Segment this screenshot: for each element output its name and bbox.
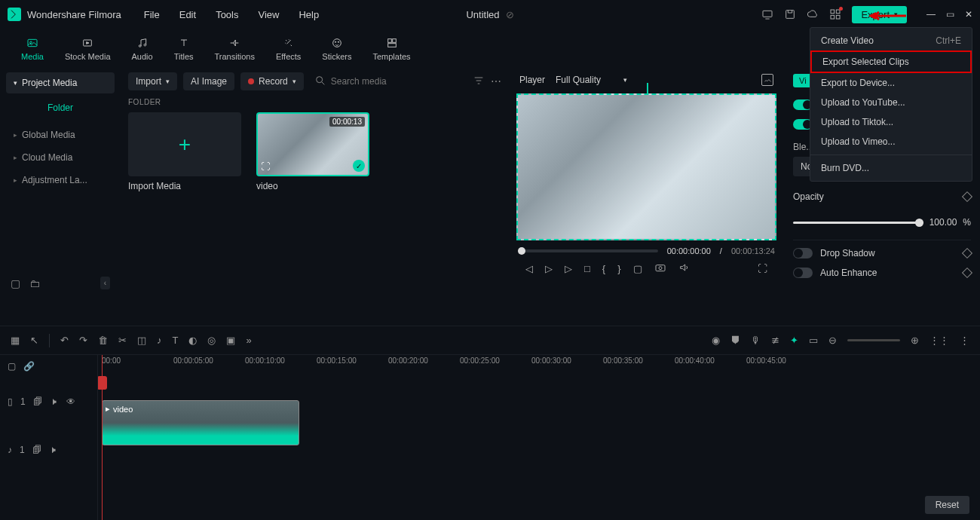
burn-dvd[interactable]: Burn DVD... xyxy=(810,158,972,178)
tl-add-track-icon[interactable]: ▢ xyxy=(8,361,16,372)
import-button[interactable]: Import▾ xyxy=(128,72,177,90)
zoom-in-icon[interactable]: ⊕ xyxy=(911,335,919,346)
speed-icon[interactable]: ◐ xyxy=(188,335,197,346)
window-maximize[interactable]: ▭ xyxy=(946,9,954,20)
opacity-slider[interactable] xyxy=(793,222,923,224)
tab-audio[interactable]: Audio xyxy=(121,35,164,61)
undo-icon[interactable]: ↶ xyxy=(60,335,69,346)
tab-templates[interactable]: Templates xyxy=(362,35,421,61)
export-create-video[interactable]: Create Video Ctrl+E xyxy=(810,31,972,50)
marker-icon[interactable]: ◉ xyxy=(712,335,720,346)
tl-render-icon[interactable]: ▭ xyxy=(809,335,818,346)
cloud-icon[interactable] xyxy=(807,8,819,20)
track-dup-icon[interactable]: 🗐 xyxy=(33,396,42,407)
track-dup-icon[interactable]: 🗐 xyxy=(32,445,41,455)
more-icon[interactable]: ⋯ xyxy=(491,75,501,87)
fullscreen-icon[interactable]: ⛶ xyxy=(758,263,767,274)
player-quality-select[interactable]: Full Quality▾ xyxy=(556,75,627,85)
crop-icon[interactable]: ◫ xyxy=(137,335,146,346)
menu-file[interactable]: File xyxy=(144,9,160,20)
volume-icon[interactable] xyxy=(678,262,691,276)
tl-view-icon[interactable]: ⋮⋮ xyxy=(929,335,949,346)
window-minimize[interactable]: — xyxy=(926,9,936,20)
prev-frame-icon[interactable]: ◁ xyxy=(525,263,533,274)
seek-bar[interactable] xyxy=(518,249,658,252)
sidebar-cloud-media[interactable]: Cloud Media xyxy=(6,146,115,169)
toggle-drop-shadow[interactable] xyxy=(793,248,813,258)
card-expand-icon[interactable]: ⛶ xyxy=(261,161,270,172)
tl-menu-icon[interactable]: ⋮ xyxy=(960,335,969,346)
stop-icon[interactable]: □ xyxy=(584,263,590,274)
menu-edit[interactable]: Edit xyxy=(179,9,196,20)
audio-track-header[interactable]: ♪ 1 🗐 🕨 xyxy=(0,426,97,474)
toggle-auto-enhance[interactable] xyxy=(793,268,813,278)
tl-link-icon[interactable]: 🔗 xyxy=(23,361,35,372)
record-button[interactable]: Record▾ xyxy=(240,72,304,90)
save-icon[interactable] xyxy=(784,8,796,20)
upload-tiktok[interactable]: Upload to Tiktok... xyxy=(810,112,972,132)
track-mute-icon[interactable]: 🕨 xyxy=(50,396,59,407)
mask-icon[interactable]: ▣ xyxy=(226,335,235,346)
track-eye-icon[interactable]: 👁 xyxy=(66,396,75,407)
cut-icon[interactable]: ✂ xyxy=(118,335,127,346)
zoom-slider[interactable] xyxy=(847,339,900,341)
new-folder-icon[interactable]: ▢ xyxy=(11,277,20,289)
export-to-device[interactable]: Export to Device... xyxy=(810,73,972,93)
tab-titles[interactable]: Titles xyxy=(164,35,204,61)
collapse-sidebar-icon[interactable]: ‹ xyxy=(100,277,110,289)
keyframe-icon[interactable] xyxy=(962,268,972,278)
next-frame-icon[interactable]: ▷ xyxy=(565,263,572,274)
tl-cursor-icon[interactable]: ↖ xyxy=(30,335,38,346)
video-track-header[interactable]: ▯ 1 🗐 🕨 👁 xyxy=(0,378,97,426)
mixer-icon[interactable]: ≢ xyxy=(771,335,779,346)
tab-stock-media[interactable]: Stock Media xyxy=(54,35,121,61)
folder-button[interactable]: Folder xyxy=(6,98,115,118)
folder-icon[interactable]: 🗀 xyxy=(29,277,40,289)
screen-icon[interactable] xyxy=(761,8,773,20)
text-icon[interactable]: T xyxy=(173,335,179,346)
tab-media[interactable]: Media xyxy=(11,35,54,61)
mark-out-icon[interactable]: } xyxy=(617,263,620,274)
keyframe-icon[interactable] xyxy=(962,248,972,258)
more-tl-icon[interactable]: » xyxy=(246,335,251,346)
tl-grid-icon[interactable]: ▦ xyxy=(11,335,20,346)
sidebar-adjustment-layer[interactable]: Adjustment La... xyxy=(6,169,115,191)
track-mute-icon[interactable]: 🕨 xyxy=(49,445,58,455)
menu-help[interactable]: Help xyxy=(299,9,319,20)
playhead[interactable] xyxy=(102,355,103,520)
upload-youtube[interactable]: Upload to YouTube... xyxy=(810,93,972,112)
tab-effects[interactable]: Effects xyxy=(265,35,311,61)
zoom-out-icon[interactable]: ⊖ xyxy=(828,335,837,346)
video-preview[interactable] xyxy=(516,93,776,240)
music-icon[interactable]: ♪ xyxy=(157,335,162,346)
menu-view[interactable]: View xyxy=(258,9,279,20)
tab-transitions[interactable]: Transitions xyxy=(204,35,265,61)
project-media-button[interactable]: ▾Project Media xyxy=(6,72,115,93)
apps-icon[interactable] xyxy=(829,8,841,20)
keyframe-icon[interactable] xyxy=(962,191,972,202)
camera-icon[interactable] xyxy=(654,262,666,276)
ai-image-button[interactable]: AI Image xyxy=(183,72,234,90)
delete-icon[interactable]: 🗑 xyxy=(98,335,108,346)
search-input[interactable] xyxy=(331,76,462,87)
play-icon[interactable]: ▷ xyxy=(545,263,553,274)
video-media-card[interactable]: 00:00:13 ⛶ ✓ video xyxy=(256,112,369,191)
redo-icon[interactable]: ↷ xyxy=(79,335,87,346)
shield-icon[interactable]: ⛊ xyxy=(730,335,740,346)
window-close[interactable]: ✕ xyxy=(965,9,972,20)
color-icon[interactable]: ◎ xyxy=(207,335,216,346)
display-icon[interactable]: ▢ xyxy=(633,263,642,274)
timeline-clip[interactable]: ▸video xyxy=(102,400,299,445)
menu-tools[interactable]: Tools xyxy=(216,9,238,20)
sidebar-global-media[interactable]: Global Media xyxy=(6,124,115,146)
tab-stickers[interactable]: Stickers xyxy=(311,35,362,61)
mic-icon[interactable]: 🎙 xyxy=(751,335,761,346)
upload-vimeo[interactable]: Upload to Vimeo... xyxy=(810,132,972,151)
import-media-card[interactable]: + Import Media xyxy=(128,112,241,191)
export-selected-clips[interactable]: Export Selected Clips xyxy=(810,50,972,73)
timeline-ruler[interactable]: 00:00 00:00:05:00 00:00:10:00 00:00:15:0… xyxy=(98,355,980,378)
player-snapshot-icon[interactable] xyxy=(761,74,773,86)
filter-icon[interactable] xyxy=(473,75,485,89)
marker2-icon[interactable]: ✦ xyxy=(790,335,798,346)
mark-in-icon[interactable]: { xyxy=(602,263,605,274)
